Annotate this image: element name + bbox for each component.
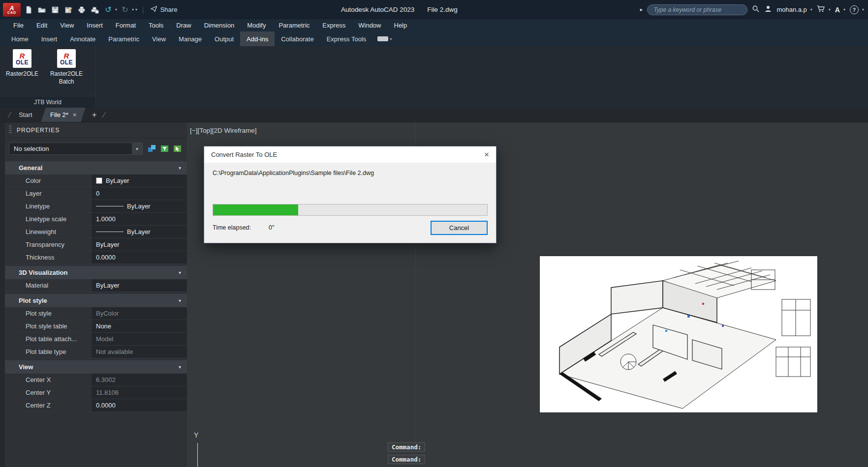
chevron-down-icon[interactable]: ▾: [179, 298, 181, 303]
property-value[interactable]: 0.0000: [92, 399, 187, 411]
batch-plot-icon[interactable]: [90, 4, 100, 15]
undo-dropdown-caret[interactable]: ▾: [115, 7, 117, 12]
property-value[interactable]: ByLayer: [92, 238, 187, 251]
selection-dropdown[interactable]: No selection ▾: [9, 143, 143, 155]
property-value[interactable]: ByColor: [92, 307, 187, 320]
search-input[interactable]: [647, 4, 747, 15]
property-value[interactable]: 0.0000: [92, 251, 187, 263]
palette-header[interactable]: PROPERTIES: [5, 122, 187, 138]
menu-insert[interactable]: Insert: [80, 22, 109, 29]
search-expand-icon[interactable]: ▸: [640, 6, 643, 13]
menu-draw[interactable]: Draw: [170, 22, 197, 29]
open-file-icon[interactable]: [36, 4, 47, 15]
close-icon[interactable]: ×: [484, 150, 489, 160]
dialog-titlebar[interactable]: Convert Raster To OLE ×: [204, 146, 496, 163]
property-label: Color: [5, 175, 92, 187]
viewport-controls[interactable]: [−][Top][2D Wireframe]: [190, 127, 256, 134]
property-value[interactable]: 0: [92, 187, 187, 200]
menu-dimension[interactable]: Dimension: [198, 22, 241, 29]
help-caret[interactable]: ▾: [862, 7, 864, 12]
chevron-down-icon[interactable]: ▾: [179, 270, 181, 275]
section-general[interactable]: General ▾: [5, 161, 187, 175]
cart-icon[interactable]: [817, 5, 825, 15]
file-tab-file2[interactable]: File 2* ×: [41, 108, 86, 122]
property-value[interactable]: 6.3002: [92, 374, 187, 386]
section-plot-style[interactable]: Plot style ▾: [5, 294, 187, 307]
redo-icon[interactable]: ↻: [120, 4, 130, 15]
property-value[interactable]: ByLayer: [92, 279, 187, 292]
redo-dropdown-caret[interactable]: ▾: [132, 7, 134, 12]
section-view[interactable]: View ▾: [5, 360, 187, 374]
cart-caret[interactable]: ▾: [829, 7, 831, 12]
command-prompt-input[interactable]: Command:: [388, 455, 425, 464]
property-value[interactable]: None: [92, 320, 187, 332]
menu-tools[interactable]: Tools: [142, 22, 170, 29]
tab-output[interactable]: Output: [208, 31, 240, 46]
menu-file[interactable]: File: [7, 22, 30, 29]
property-row-transparency: Transparency ByLayer: [5, 238, 187, 251]
menu-format[interactable]: Format: [109, 22, 142, 29]
color-swatch[interactable]: [96, 177, 102, 184]
dropdown-caret-icon[interactable]: ▾: [132, 143, 142, 154]
tab-insert[interactable]: Insert: [35, 31, 64, 46]
palette-grip-icon[interactable]: [9, 125, 12, 135]
menu-help[interactable]: Help: [388, 22, 414, 29]
property-value[interactable]: Model: [92, 333, 187, 345]
user-icon[interactable]: [764, 5, 772, 15]
toggle-pickadd-icon[interactable]: [147, 144, 156, 154]
ribbon-display-toggle[interactable]: ▾: [377, 31, 392, 46]
raster-image-preview[interactable]: [540, 256, 817, 412]
tab-parametric[interactable]: Parametric: [102, 31, 146, 46]
select-objects-icon[interactable]: [172, 144, 182, 154]
property-row-plot-style: Plot style ByColor: [5, 307, 187, 320]
section-title: 3D Visualization: [19, 269, 67, 276]
property-value[interactable]: ByLayer: [92, 200, 187, 212]
tab-add-ins[interactable]: Add-ins: [240, 31, 275, 46]
user-menu-caret[interactable]: ▾: [810, 7, 812, 12]
chevron-down-icon[interactable]: ▾: [179, 165, 181, 171]
tab-manage[interactable]: Manage: [172, 31, 208, 46]
property-value[interactable]: 11.8106: [92, 386, 187, 399]
menu-modify[interactable]: Modify: [241, 22, 272, 29]
help-icon[interactable]: ?: [850, 5, 859, 14]
drawing-canvas[interactable]: [−][Top][2D Wireframe]: [187, 122, 868, 467]
search-icon[interactable]: [752, 5, 760, 15]
tab-annotate[interactable]: Annotate: [63, 31, 102, 46]
tab-view[interactable]: View: [146, 31, 172, 46]
tab-collaborate[interactable]: Collaborate: [275, 31, 320, 46]
section-title: Plot style: [19, 297, 47, 304]
undo-icon[interactable]: ↺: [103, 4, 114, 15]
property-value[interactable]: Not available: [92, 346, 187, 358]
property-value[interactable]: 1.0000: [92, 213, 187, 225]
raster2ole-button[interactable]: R OLE Raster2OLE: [1, 49, 43, 78]
file-tab-start[interactable]: Start: [12, 108, 39, 122]
autodesk-notifications-icon[interactable]: A: [835, 6, 840, 14]
menu-parametric[interactable]: Parametric: [272, 22, 316, 29]
save-as-icon[interactable]: [63, 4, 74, 15]
tab-express-tools[interactable]: Express Tools: [320, 31, 373, 46]
plot-icon[interactable]: [76, 4, 87, 15]
titlebar-right-cluster: ▸ mohan.a.p ▾ ▾ A ▾ ? ▾: [640, 0, 864, 19]
customize-caret-icon[interactable]: ▾: [135, 7, 137, 12]
close-tab-icon[interactable]: ×: [73, 111, 77, 118]
notifications-caret[interactable]: ▾: [843, 7, 845, 12]
cancel-button[interactable]: Cancel: [431, 221, 488, 235]
property-value[interactable]: ByLayer: [92, 226, 187, 238]
panel-group-label[interactable]: JTB World: [0, 96, 95, 108]
autocad-logo[interactable]: A CAD: [3, 3, 21, 17]
menu-window[interactable]: Window: [352, 22, 387, 29]
raster2ole-batch-button[interactable]: R OLE Raster2OLE Batch: [45, 49, 88, 86]
new-file-icon[interactable]: [23, 4, 34, 15]
share-button[interactable]: Share: [151, 5, 178, 14]
save-icon[interactable]: [50, 4, 61, 15]
user-name[interactable]: mohan.a.p: [776, 6, 806, 13]
menu-view[interactable]: View: [54, 22, 80, 29]
property-value[interactable]: ByLayer: [92, 175, 187, 187]
menu-express[interactable]: Express: [316, 22, 352, 29]
tab-home[interactable]: Home: [5, 31, 35, 46]
chevron-down-icon[interactable]: ▾: [179, 364, 181, 370]
new-tab-button[interactable]: +: [87, 111, 101, 119]
menu-edit[interactable]: Edit: [30, 22, 54, 29]
quick-select-icon[interactable]: [159, 144, 169, 154]
section-3d-visualization[interactable]: 3D Visualization ▾: [5, 266, 187, 279]
